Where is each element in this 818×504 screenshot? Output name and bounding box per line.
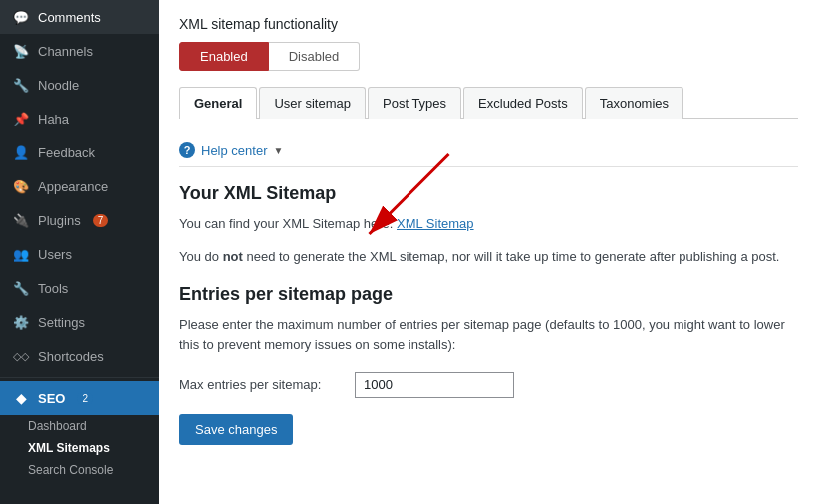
plugins-badge: 7 [93,214,109,227]
content-area: XML sitemap functionality Enabled Disabl… [159,0,818,504]
sidebar-sub-search-console[interactable]: Search Console [0,459,159,481]
sidebar-sub-dashboard[interactable]: Dashboard [0,415,159,437]
help-center-label: Help center [201,143,267,158]
xml-sitemap-body-prefix: You can find your XML Sitemap here: [179,216,397,231]
channels-icon: 📡 [12,42,30,60]
sidebar-item-label: SEO [38,391,65,406]
save-changes-button[interactable]: Save changes [179,414,293,445]
tabs-bar: General User sitemap Post Types Excluded… [179,87,798,119]
sidebar-item-label: Noodle [38,78,79,93]
sidebar-item-label: Comments [38,10,101,25]
sidebar-item-noodle[interactable]: 🔧 Noodle [0,68,159,102]
toggle-group: Enabled Disabled [179,42,798,71]
sidebar: 💬 Comments 📡 Channels 🔧 Noodle 📌 Haha 👤 … [0,0,159,504]
sidebar-item-label: Feedback [38,145,95,160]
chevron-down-icon: ▼ [273,145,283,156]
help-icon: ? [179,142,195,158]
shortcodes-icon: ◇◇ [12,347,30,365]
sidebar-item-appearance[interactable]: 🎨 Appearance [0,169,159,203]
users-icon: 👥 [12,245,30,263]
sidebar-item-label: Plugins [38,213,81,228]
plugins-icon: 🔌 [12,211,30,229]
tab-post-types[interactable]: Post Types [368,87,461,119]
appearance-icon: 🎨 [12,177,30,195]
main-content: XML sitemap functionality Enabled Disabl… [159,0,818,504]
dashboard-label: Dashboard [28,419,87,433]
form-row: Max entries per sitemap: [179,372,798,398]
sidebar-item-shortcodes[interactable]: ◇◇ Shortcodes [0,339,159,373]
sidebar-item-label: Settings [38,315,85,330]
haha-icon: 📌 [12,110,30,127]
sidebar-item-users[interactable]: 👥 Users [0,237,159,271]
functionality-label: XML sitemap functionality [179,16,798,32]
entries-title: Entries per sitemap page [179,284,798,305]
tools-icon: 🔧 [12,279,30,297]
seo-icon: ◆ [12,389,30,407]
sidebar-item-plugins[interactable]: 🔌 Plugins 7 [0,203,159,237]
search-console-label: Search Console [28,463,113,477]
sidebar-item-label: Haha [38,112,69,126]
sidebar-item-label: Tools [38,281,68,296]
not-strong: not [223,249,243,264]
tab-excluded-posts[interactable]: Excluded Posts [463,87,583,119]
sidebar-item-comments[interactable]: 💬 Comments [0,0,159,34]
feedback-icon: 👤 [12,143,30,161]
sidebar-item-label: Channels [38,44,93,59]
entries-description: Please enter the maximum number of entri… [179,315,798,357]
xml-sitemap-body: You can find your XML Sitemap here: XML … [179,214,798,235]
sidebar-item-feedback[interactable]: 👤 Feedback [0,135,159,169]
tab-user-sitemap[interactable]: User sitemap [259,87,366,119]
sidebar-divider [0,377,159,378]
sidebar-item-label: Appearance [38,179,108,194]
sidebar-item-haha[interactable]: 📌 Haha [0,102,159,135]
sidebar-item-seo[interactable]: ◆ SEO 2 [0,381,159,415]
form-label: Max entries per sitemap: [179,378,339,392]
comments-icon: 💬 [12,8,30,26]
xml-sitemap-link[interactable]: XML Sitemap [397,216,474,231]
xml-sitemap-note: You do not need to generate the XML site… [179,247,798,268]
sidebar-item-tools[interactable]: 🔧 Tools [0,271,159,305]
sidebar-item-label: Users [38,247,72,262]
max-entries-input[interactable] [355,372,514,398]
toggle-enabled-button[interactable]: Enabled [179,42,269,71]
tab-taxonomies[interactable]: Taxonomies [585,87,683,119]
seo-badge: 2 [77,392,93,405]
sidebar-sub-xml-sitemaps[interactable]: XML Sitemaps [0,437,159,459]
xml-sitemaps-label: XML Sitemaps [28,441,110,455]
noodle-icon: 🔧 [12,76,30,94]
sidebar-item-settings[interactable]: ⚙️ Settings [0,305,159,339]
help-center-row[interactable]: ? Help center ▼ [179,134,798,167]
sidebar-item-label: Shortcodes [38,349,104,364]
settings-icon: ⚙️ [12,313,30,331]
tab-general[interactable]: General [179,87,257,119]
xml-sitemap-title: Your XML Sitemap [179,183,798,204]
sidebar-item-channels[interactable]: 📡 Channels [0,34,159,68]
toggle-disabled-button[interactable]: Disabled [269,42,361,71]
